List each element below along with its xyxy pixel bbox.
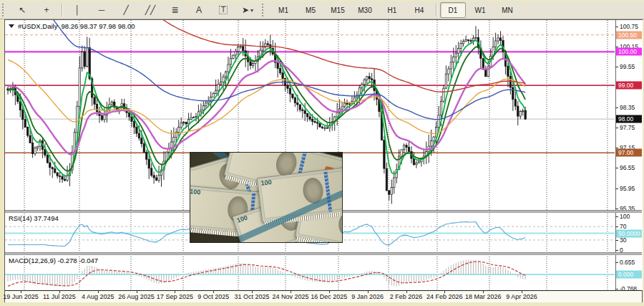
candlestick xyxy=(192,118,194,118)
candlestick xyxy=(146,152,147,159)
candlestick xyxy=(111,102,112,105)
candlestick xyxy=(324,128,326,128)
timeframe-D1[interactable]: D1 xyxy=(440,2,466,18)
candlestick xyxy=(96,104,97,111)
candlestick xyxy=(230,58,231,64)
date-label: 16 Dec 2025 xyxy=(311,293,347,300)
candlestick xyxy=(223,77,224,82)
candlestick xyxy=(346,103,348,104)
candlestick xyxy=(22,110,24,120)
timeframe-M5[interactable]: M5 xyxy=(298,2,323,18)
date-label: 2 Feb 2026 xyxy=(390,293,423,300)
timeframe-M30[interactable]: M30 xyxy=(352,2,378,18)
candlestick xyxy=(433,137,434,140)
price-level-badge: 100.00 xyxy=(616,48,642,56)
rsi-level-badge: 50.0000 xyxy=(616,229,642,237)
ohlc-values: 98.26 98.37 97.98 98.00 xyxy=(61,22,135,30)
candlestick xyxy=(250,62,251,65)
rsi-axis-label: 100 xyxy=(620,213,630,220)
candlestick xyxy=(218,85,219,91)
candlestick xyxy=(403,145,404,150)
chart-menu-arrow-icon[interactable] xyxy=(9,24,14,28)
candlestick xyxy=(467,40,469,41)
candlestick xyxy=(54,169,56,173)
toolbar: ↖+│─╱╱╱≣AT➤▾ M1M5M15M30H1H4D1W1MN xyxy=(0,1,644,19)
candlestick xyxy=(509,76,511,87)
trendline-tool[interactable]: ╱ xyxy=(114,2,137,18)
timeframes-group: M1M5M15M30H1H4D1W1MN xyxy=(270,2,521,18)
candlestick xyxy=(326,128,328,128)
candlestick xyxy=(131,117,132,121)
candlestick xyxy=(180,123,182,127)
timeframe-H4[interactable]: H4 xyxy=(406,2,432,18)
rsi-axis-label: 30 xyxy=(620,236,626,244)
candlestick xyxy=(460,44,462,49)
price-axis-label: 99.55 xyxy=(620,63,635,70)
candlestick xyxy=(448,69,449,74)
chart-window: #USDX,Daily 98.26 98.37 97.98 98.00 RSI(… xyxy=(4,19,643,302)
candlestick xyxy=(512,87,514,100)
chart-title: #USDX,Daily 98.26 98.37 97.98 98.00 xyxy=(9,22,135,30)
date-label: 9 Oct 2025 xyxy=(197,293,229,300)
equidistant-channel-tool[interactable]: ╱╱ xyxy=(139,2,162,18)
timeframe-M15[interactable]: M15 xyxy=(325,2,351,18)
horizontal-line-tool[interactable]: ─ xyxy=(90,2,113,18)
dropdown-caret-icon[interactable]: ▾ xyxy=(250,7,253,14)
fibonacci-tool[interactable]: ≣ xyxy=(163,2,186,18)
candlestick xyxy=(24,120,26,128)
macd-zero-badge: 0.000 xyxy=(616,271,642,279)
candlestick xyxy=(430,141,431,146)
text-tool-icon: A xyxy=(196,6,202,14)
candlestick xyxy=(336,113,338,117)
arrows-tool-icon: ➤ xyxy=(242,6,249,14)
candlestick xyxy=(94,97,95,104)
timeframe-MN[interactable]: MN xyxy=(494,2,520,18)
candlestick xyxy=(453,57,454,62)
candlestick xyxy=(319,123,321,127)
candlestick xyxy=(101,116,102,120)
timeframe-W1[interactable]: W1 xyxy=(467,2,493,18)
arrows-tool[interactable]: ➤▾ xyxy=(236,2,259,18)
crosshair-tool[interactable]: + xyxy=(35,2,58,18)
candlestick xyxy=(26,127,28,135)
text-tool[interactable]: A xyxy=(187,2,210,18)
candlestick xyxy=(277,62,278,68)
macd-axis-label: 0.655 xyxy=(620,259,635,266)
candlestick xyxy=(522,111,523,112)
cursor-tool-icon: ↖ xyxy=(19,6,26,14)
candlestick xyxy=(316,123,318,123)
candlestick xyxy=(52,168,53,169)
candlestick xyxy=(203,106,204,110)
candlestick xyxy=(517,106,519,116)
date-label: 9 Apr 2026 xyxy=(506,293,537,300)
candlestick xyxy=(29,135,31,143)
candlestick xyxy=(485,70,487,77)
candlestick xyxy=(507,66,509,76)
timeframe-M1[interactable]: M1 xyxy=(270,2,296,18)
candlestick xyxy=(304,110,306,113)
timeframe-toolbar-grip[interactable] xyxy=(262,4,267,16)
candlestick xyxy=(440,101,441,115)
candlestick xyxy=(267,44,268,44)
candlestick xyxy=(243,47,244,51)
candlestick xyxy=(148,159,150,168)
macd-indicator-label: MACD(12,26,9) -0.278 -0.047 xyxy=(9,257,98,264)
candlestick xyxy=(321,127,323,128)
date-axis[interactable]: 19 Jun 202511 Jul 20254 Aug 202526 Aug 2… xyxy=(5,290,642,302)
vertical-line-tool-icon: │ xyxy=(74,6,80,14)
vertical-line-tool[interactable]: │ xyxy=(66,2,89,18)
pane-separator[interactable] xyxy=(5,252,642,255)
timeframe-H1[interactable]: H1 xyxy=(379,2,405,18)
candlestick xyxy=(406,145,407,148)
candlestick xyxy=(141,138,142,144)
candlestick xyxy=(394,178,395,187)
price-level-badge: 97.00 xyxy=(616,149,642,157)
label-tool[interactable]: T xyxy=(212,2,235,18)
cursor-tool[interactable]: ↖ xyxy=(11,2,34,18)
candlestick xyxy=(287,85,288,88)
toolbar-grip[interactable] xyxy=(2,4,7,16)
price-axis[interactable]: 100.75100.1599.5598.3597.7597.1596.5595.… xyxy=(615,20,643,290)
candlestick xyxy=(215,90,216,93)
date-label: 31 Oct 2025 xyxy=(235,293,270,300)
label-tool-icon: T xyxy=(219,6,228,14)
